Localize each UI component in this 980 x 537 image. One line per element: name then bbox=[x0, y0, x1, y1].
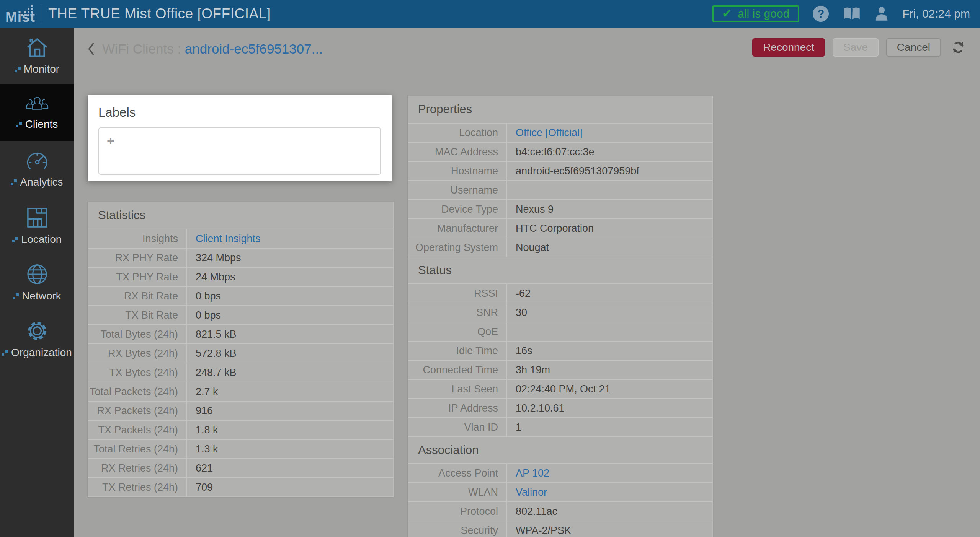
clients-icon bbox=[24, 94, 51, 114]
table-row: Vlan ID1 bbox=[408, 417, 712, 436]
statistics-card: Statistics InsightsClient InsightsRX PHY… bbox=[88, 202, 394, 497]
row-label: TX Retries (24h) bbox=[88, 478, 186, 496]
topbar: Mist THE TRUE Mist Office [OFFICIAL] ✔ a… bbox=[0, 0, 980, 28]
mist-mark-icon bbox=[13, 293, 19, 299]
client-name-link[interactable]: android-ec5f6951307... bbox=[185, 41, 323, 56]
sidebar-item-label: Network bbox=[22, 290, 61, 302]
properties-card: PropertiesLocationOffice [Official]MAC A… bbox=[408, 96, 713, 537]
row-value: 10.2.10.61 bbox=[506, 399, 712, 417]
account-button[interactable] bbox=[875, 6, 889, 21]
floorplan-icon bbox=[25, 206, 49, 229]
row-label: Protocol bbox=[408, 502, 506, 521]
row-label: MAC Address bbox=[408, 143, 506, 161]
sidebar-item-monitor[interactable]: Monitor bbox=[0, 28, 74, 84]
row-value: b4:ce:f6:07:cc:3e bbox=[506, 143, 712, 161]
back-button[interactable] bbox=[87, 42, 95, 56]
row-label: RX Bytes (24h) bbox=[88, 344, 186, 363]
table-row: TX Bit Rate0 bps bbox=[88, 305, 393, 324]
mist-logo[interactable]: Mist bbox=[0, 0, 41, 28]
table-row: TX PHY Rate24 Mbps bbox=[88, 267, 393, 286]
row-value: Client Insights bbox=[186, 229, 393, 248]
table-row: QoE bbox=[408, 322, 712, 341]
refresh-button[interactable] bbox=[951, 40, 965, 55]
row-label: TX Bit Rate bbox=[88, 306, 186, 324]
status-badge[interactable]: ✔ all is good bbox=[712, 5, 799, 22]
table-row: Last Seen02:24:40 PM, Oct 21 bbox=[408, 379, 712, 398]
sidebar-item-label: Organization bbox=[11, 347, 72, 359]
gauge-icon bbox=[25, 150, 49, 172]
table-row: Total Bytes (24h)821.5 kB bbox=[88, 324, 393, 343]
sidebar-item-clients[interactable]: Clients bbox=[0, 84, 74, 141]
table-row: Total Retries (24h)1.3 k bbox=[88, 439, 393, 458]
add-label-button[interactable]: + bbox=[107, 134, 114, 147]
row-label: WLAN bbox=[408, 483, 506, 501]
row-value: 621 bbox=[186, 459, 393, 477]
statistics-table: InsightsClient InsightsRX PHY Rate324 Mb… bbox=[88, 229, 393, 496]
refresh-icon bbox=[951, 40, 965, 55]
row-value: 16s bbox=[506, 342, 712, 360]
labels-input-area[interactable]: + bbox=[98, 127, 381, 175]
table-row: Hostnameandroid-ec5f6951307959bf bbox=[408, 161, 712, 180]
row-value: WPA-2/PSK bbox=[506, 521, 712, 537]
table-row: RSSI-62 bbox=[408, 283, 712, 303]
row-label: TX PHY Rate bbox=[88, 268, 186, 286]
table-row: Total Packets (24h)2.7 k bbox=[88, 382, 393, 401]
book-icon bbox=[843, 7, 861, 21]
table-row: RX Packets (24h)916 bbox=[88, 401, 393, 420]
section-title: Properties bbox=[408, 96, 712, 123]
chevron-left-icon bbox=[87, 42, 95, 56]
home-icon bbox=[25, 36, 49, 59]
labels-card: Labels + bbox=[88, 95, 392, 181]
row-value: 24 Mbps bbox=[186, 268, 393, 286]
row-value-link[interactable]: Office [Official] bbox=[516, 127, 583, 138]
row-value: Valinor bbox=[506, 483, 712, 501]
help-button[interactable]: ? bbox=[813, 6, 829, 22]
row-value: 30 bbox=[506, 303, 712, 322]
sidebar-item-label: Location bbox=[21, 233, 62, 246]
docs-button[interactable] bbox=[843, 7, 861, 21]
save-button[interactable]: Save bbox=[833, 38, 879, 57]
table-row: TX Bytes (24h)248.7 kB bbox=[88, 363, 393, 382]
row-value: android-ec5f6951307959bf bbox=[506, 162, 712, 180]
table-row: RX Bytes (24h)572.8 kB bbox=[88, 343, 393, 363]
mist-mark-icon bbox=[2, 350, 8, 356]
table-row: RX Retries (24h)621 bbox=[88, 458, 393, 477]
mist-mark-icon bbox=[11, 179, 17, 186]
table-row: Operating SystemNougat bbox=[408, 238, 712, 257]
statistics-card-title: Statistics bbox=[88, 202, 393, 229]
row-value: 248.7 kB bbox=[186, 363, 393, 382]
row-label: TX Bytes (24h) bbox=[88, 363, 186, 382]
cancel-button[interactable]: Cancel bbox=[886, 38, 941, 57]
table-row: TX Packets (24h)1.8 k bbox=[88, 420, 393, 439]
reconnect-button[interactable]: Reconnect bbox=[752, 38, 825, 57]
sidebar-item-network[interactable]: Network bbox=[0, 254, 74, 311]
page-title: WiFi Clients : android-ec5f6951307... bbox=[102, 41, 323, 57]
row-label: Manufacturer bbox=[408, 219, 506, 238]
sidebar-item-organization[interactable]: Organization bbox=[0, 311, 74, 367]
row-label: RX Retries (24h) bbox=[88, 459, 186, 477]
table-row: Username bbox=[408, 180, 712, 199]
row-label: Security bbox=[408, 521, 506, 537]
row-value: 02:24:40 PM, Oct 21 bbox=[506, 380, 712, 398]
row-label: Insights bbox=[88, 229, 186, 248]
row-value-link[interactable]: AP 102 bbox=[516, 467, 549, 479]
row-value: -62 bbox=[506, 284, 712, 303]
row-value: 0 bps bbox=[186, 306, 393, 324]
row-label: Total Bytes (24h) bbox=[88, 325, 186, 343]
row-label: IP Address bbox=[408, 399, 506, 417]
sidebar-item-analytics[interactable]: Analytics bbox=[0, 141, 74, 197]
row-value-link[interactable]: Client Insights bbox=[196, 233, 261, 244]
clock-text: Fri, 02:24 pm bbox=[902, 7, 970, 20]
sidebar-item-location[interactable]: Location bbox=[0, 197, 74, 254]
row-value: 821.5 kB bbox=[186, 325, 393, 343]
row-label: RX Packets (24h) bbox=[88, 402, 186, 420]
row-value bbox=[506, 181, 712, 199]
row-value: Office [Official] bbox=[506, 124, 712, 142]
sidebar-item-label: Monitor bbox=[24, 63, 59, 75]
row-value: 1.8 k bbox=[186, 421, 393, 439]
row-label: Location bbox=[408, 124, 506, 142]
sidebar-item-label: Clients bbox=[25, 118, 58, 130]
row-label: Connected Time bbox=[408, 361, 506, 379]
row-value-link[interactable]: Valinor bbox=[516, 487, 547, 498]
row-value: 709 bbox=[186, 478, 393, 496]
